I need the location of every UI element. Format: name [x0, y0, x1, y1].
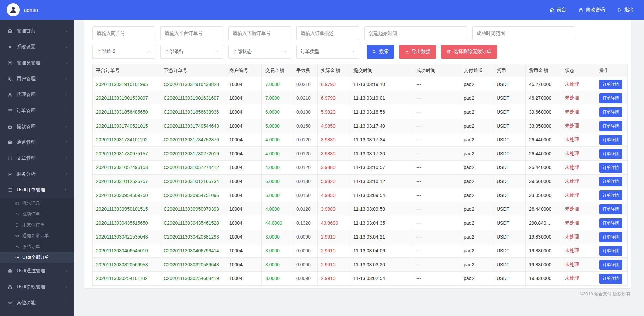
- success-time-input[interactable]: [472, 26, 575, 40]
- order-detail-button[interactable]: 订单详情: [599, 246, 622, 256]
- sidebar-subitem[interactable]: Usdt全部订单: [0, 252, 74, 263]
- cell-success-time: ---: [413, 119, 460, 133]
- sidebar-item[interactable]: 订单管理: [0, 103, 74, 118]
- table-row: 20201113030406545010C2020111303040679641…: [93, 244, 628, 258]
- sidebar-item[interactable]: 其他功能: [0, 295, 74, 311]
- bank-select[interactable]: 全部银行: [160, 45, 223, 59]
- order-detail-button[interactable]: 订单详情: [599, 218, 622, 228]
- filter-controls-row: 全部通道全部银行全部状态订单类型搜索导出数据选择删除无效订单: [92, 45, 623, 59]
- nav-logout[interactable]: 退出: [617, 7, 634, 13]
- lock-icon: [7, 124, 13, 129]
- bank-icon: [7, 268, 13, 274]
- order-detail-button[interactable]: 订单详情: [599, 121, 622, 131]
- cell-action: 订单详情: [596, 161, 628, 175]
- cell-pay-channel: pao2: [460, 188, 493, 202]
- sidebar-item[interactable]: 文章管理: [0, 150, 74, 166]
- cell-downstream-order: C20201113031012165734: [160, 175, 226, 188]
- admin-avatar[interactable]: [7, 3, 20, 16]
- sidebar-item[interactable]: 管理首页: [0, 23, 74, 39]
- sidebar-submenu: 流水记录成功订单未支付订单通知异常订单冻结订单Usdt全部订单: [0, 198, 74, 263]
- nav-frontend[interactable]: 前台: [549, 7, 566, 13]
- table-row: 20201113030254101102C2020111303025466841…: [93, 272, 628, 286]
- order-detail-button[interactable]: 订单详情: [599, 177, 622, 186]
- cell-platform-order: 20201113030954509750: [93, 188, 160, 202]
- cell-currency-amount: 46.270000: [526, 77, 561, 91]
- order-detail-button[interactable]: 订单详情: [599, 274, 622, 284]
- order-detail-button[interactable]: 订单详情: [599, 149, 622, 159]
- cell-fee: 0.0210: [293, 91, 318, 105]
- cell-currency-amount: 46.270000: [526, 91, 561, 105]
- sidebar-item[interactable]: 管理员管理: [0, 55, 74, 71]
- cell-platform-order: 20201113030254101102: [93, 272, 160, 286]
- merchant-no-input[interactable]: [92, 26, 155, 40]
- column-header: 货币: [493, 64, 526, 77]
- sidebar-item[interactable]: 系统设置: [0, 39, 74, 55]
- order-detail-button[interactable]: 订单详情: [599, 232, 622, 242]
- channel-select[interactable]: 全部通道: [92, 45, 155, 59]
- order-detail-button[interactable]: 订单详情: [599, 80, 622, 89]
- cell-actual-amount: 2.9910: [318, 230, 350, 244]
- order-detail-button[interactable]: 订单详情: [599, 163, 622, 173]
- cell-actual-amount: 4.9850: [318, 119, 350, 133]
- cell-fee: 0.1320: [293, 216, 318, 230]
- sidebar-subitem[interactable]: 冻结订单: [0, 241, 74, 252]
- cell-pay-channel: pao2: [460, 161, 493, 175]
- sidebar-item[interactable]: 财务分析: [0, 166, 74, 182]
- order-desc-input[interactable]: [296, 26, 359, 40]
- chevron-left-icon: [64, 125, 68, 128]
- table-body: 20201113031910101995C2020111303191043882…: [93, 77, 628, 286]
- order-detail-button[interactable]: 订单详情: [599, 190, 622, 200]
- sidebar-item[interactable]: Usdt通道管理: [0, 263, 74, 279]
- nav-change-password[interactable]: 修改密码: [578, 7, 605, 13]
- table-row: 20201113031734101102C2020111303173475287…: [93, 133, 628, 147]
- column-header: 货币金额: [526, 64, 561, 77]
- sidebar-item[interactable]: 提款管理: [0, 118, 74, 134]
- cell-currency-amount: 26.440000: [526, 133, 561, 147]
- platform-order-input[interactable]: [160, 26, 223, 40]
- main-content: 订单管理 全部通道全部银行全部状态订单类型搜索导出数据选择删除无效订单 平台订单…: [74, 0, 644, 300]
- cell-success-time: ---: [413, 175, 460, 188]
- delete-invalid-button[interactable]: 选择删除无效订单: [441, 45, 497, 59]
- cell-platform-order: 20201113031730975157: [93, 147, 160, 161]
- order-detail-button[interactable]: 订单详情: [599, 135, 622, 145]
- sidebar-subitem[interactable]: 成功订单: [0, 209, 74, 220]
- order-type-select[interactable]: 订单类型: [296, 45, 359, 59]
- chevron-left-icon: [64, 140, 68, 144]
- cell-currency: USDT: [493, 91, 526, 105]
- order-detail-button[interactable]: 订单详情: [599, 260, 622, 270]
- sidebar-subitem[interactable]: 流水记录: [0, 198, 74, 209]
- sidebar-item[interactable]: 代理管理: [0, 87, 74, 103]
- cell-status: 未处理: [561, 77, 596, 91]
- sidebar-item-label: 财务分析: [17, 171, 64, 177]
- cell-actual-amount: 3.9880: [318, 147, 350, 161]
- cell-submit-time: 11-13 03:17:34: [350, 133, 413, 147]
- sidebar-item[interactable]: 通道管理: [0, 134, 74, 150]
- sidebar-subitem[interactable]: 通知异常订单: [0, 230, 74, 241]
- sidebar-item[interactable]: Usdt提款管理: [0, 279, 74, 295]
- sidebar-item[interactable]: 用户管理: [0, 71, 74, 87]
- cell-platform-order: 20201113031057495153: [93, 161, 160, 175]
- order-detail-button[interactable]: 订单详情: [599, 107, 622, 117]
- cell-downstream-order: C20201113030254668419: [160, 272, 226, 286]
- create-time-input[interactable]: [364, 26, 467, 40]
- cell-fee: 0.0090: [293, 258, 318, 272]
- button-label: 选择删除无效订单: [454, 49, 491, 55]
- cell-trade-amount: 7.0000: [262, 91, 293, 105]
- status-select[interactable]: 全部状态: [228, 45, 291, 59]
- cell-pay-channel: pao2: [460, 202, 493, 216]
- cell-downstream-order: C20201113031734752876: [160, 133, 226, 147]
- downstream-order-input[interactable]: [228, 26, 291, 40]
- search-button[interactable]: 搜索: [367, 45, 394, 59]
- column-header: 实际金额: [318, 64, 350, 77]
- sidebar-item[interactable]: Usdt订单管理: [0, 182, 74, 198]
- cell-submit-time: 11-13 03:09:50: [350, 202, 413, 216]
- order-detail-button[interactable]: 订单详情: [599, 204, 622, 214]
- sidebar-subitem[interactable]: 未支付订单: [0, 220, 74, 230]
- chevron-left-icon: [64, 61, 68, 65]
- cell-submit-time: 11-13 03:19:10: [350, 77, 413, 91]
- order-detail-button[interactable]: 订单详情: [599, 93, 622, 103]
- sidebar-subitem-label: 未支付订单: [22, 222, 44, 228]
- sidebar-item-label: 系统设置: [17, 44, 64, 50]
- cell-action: 订单详情: [596, 188, 628, 202]
- export-button[interactable]: 导出数据: [399, 45, 436, 59]
